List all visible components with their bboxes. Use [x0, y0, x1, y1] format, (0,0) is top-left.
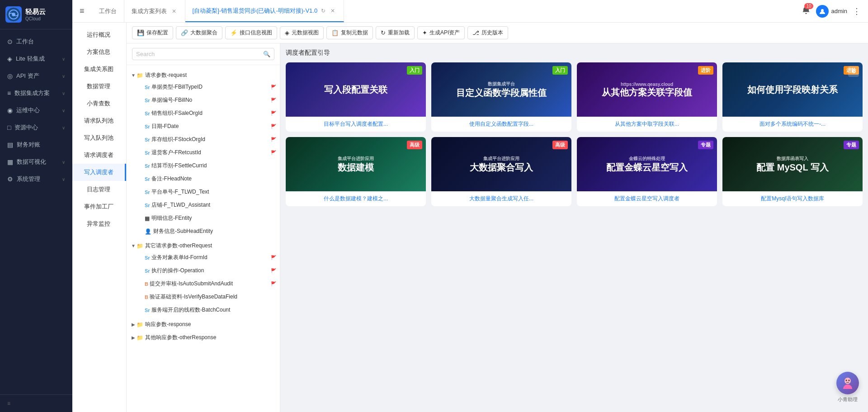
tree-row[interactable]: Sr结算币别-FSettleCurrid [127, 161, 280, 171]
toolbar-btn-big-data-merge[interactable]: 🔗大数据聚合 [176, 26, 222, 39]
tree-row[interactable]: Sr备注-FHeadNote [127, 174, 280, 184]
menu-icon[interactable]: ≡ [80, 6, 85, 16]
close-icon[interactable]: ✕ [329, 7, 336, 14]
tree-row[interactable]: Sr服务端开启的线程数-BatchCount [127, 305, 280, 315]
guide-card-mysql-write[interactable]: 数据库函表写入 配置 MySQL 写入 专题 配置Mysql语句写入数据库 [722, 137, 863, 206]
left-nav-write-scheduler[interactable]: 写入调度者 [72, 164, 126, 181]
tree-item: Sr单据类型-FBillTypeID🚩 [127, 81, 280, 94]
notification-button[interactable]: 10 [802, 6, 811, 16]
left-nav-overview[interactable]: 运行概况 [72, 26, 126, 43]
toolbar-btn-copy-meta[interactable]: 📋复制元数据 [326, 26, 373, 39]
toolbar-btn-interface-view[interactable]: ⚡接口信息视图 [225, 26, 277, 39]
left-nav-write-queue[interactable]: 写入队列池 [72, 129, 126, 147]
sidebar-item-icon: ▤ [7, 141, 13, 148]
refresh-icon[interactable]: ↻ [321, 8, 326, 14]
left-nav-request-queue[interactable]: 请求队列池 [72, 112, 126, 129]
tree-label: 结算币别-FSettleCurrid [151, 162, 276, 170]
tree-item: ▼📁请求参数-requestSr单据类型-FBillTypeID🚩Sr单据编号-… [127, 69, 280, 239]
tree-row[interactable]: Sr退货客户-FRetcustId🚩 [127, 147, 280, 158]
sidebar-item-finance[interactable]: ▤ 财务对账 [0, 136, 72, 153]
left-nav-solution-info[interactable]: 方案信息 [72, 43, 126, 61]
tree-row[interactable]: Sr平台单号-F_TLWD_Text [127, 187, 280, 197]
tab-integration-list[interactable]: 集成方案列表✕ [124, 0, 185, 22]
left-nav-request-scheduler[interactable]: 请求调度者 [72, 147, 126, 164]
tree-row[interactable]: Sr单据类型-FBillTypeID🚩 [127, 82, 280, 92]
toolbar-btn-label: 接口信息视图 [240, 29, 272, 37]
sidebar-item-api[interactable]: ◎ API 资产 ∨ [0, 67, 72, 85]
toolbar-btn-meta-view[interactable]: ◈元数据视图 [280, 26, 324, 39]
guide-card-custom-func[interactable]: 数据集成平台 目定义函数学段属性值 入门 使用自定义函数配置字段... [431, 62, 571, 132]
tree-row[interactable]: ▼📁请求参数-request [127, 70, 280, 81]
toolbar-btn-icon: 🔗 [181, 29, 188, 36]
tree-label: 其它请求参数-otherRequest [145, 242, 276, 250]
card-badge: 进阶 [698, 66, 713, 75]
tree-row[interactable]: B验证基础资料-IsVerifyBaseDataField [127, 292, 280, 302]
search-input[interactable] [136, 51, 260, 57]
sidebar-item-label: 运维中心 [16, 106, 40, 114]
sidebar-item-workbench[interactable]: ⊙ 工作台 [0, 33, 72, 50]
tree-toggle[interactable]: ▶ [130, 335, 137, 341]
tree-row[interactable]: B提交并审核-IsAutoSubmitAndAudit🚩 [127, 279, 280, 289]
left-nav-log-mgmt[interactable]: 日志管理 [72, 181, 126, 198]
flag-icon: 🚩 [271, 281, 276, 286]
tree-row[interactable]: Sr店铺-F_TLWD_Assistant [127, 200, 280, 210]
tab-main-task[interactable]: [自动菱梨]-销售退货同步(已确认-明细对接)-V1.0↻✕ [185, 0, 344, 22]
card-sub-text: 数据库函表写入 [756, 156, 829, 162]
tree-toggle[interactable]: ▶ [130, 322, 137, 328]
toolbar-btn-reload[interactable]: ↻重新加载 [376, 26, 415, 39]
tree-toggle[interactable]: ▼ [130, 72, 137, 79]
toolbar-btn-label: 大数据聚合 [190, 29, 217, 37]
toolbar-btn-save-config[interactable]: 💾保存配置 [132, 26, 173, 39]
top-header: ≡ 工作台集成方案列表✕[自动菱梨]-销售退货同步(已确认-明细对接)-V1.0… [72, 0, 868, 23]
sidebar-item-resource[interactable]: □ 资源中心 ∨ [0, 119, 72, 136]
guide-card-target-write[interactable]: 写入段配置关联 入门 目标平台写入调度者配置... [286, 62, 426, 132]
left-nav-event-factory[interactable]: 事件加工厂 [72, 198, 126, 215]
tree-toggle[interactable]: ▼ [130, 243, 137, 249]
tree-row[interactable]: Sr销售组织-FSaleOrgId🚩 [127, 108, 280, 118]
tree-row[interactable]: Sr库存组织-FStockOrgId🚩 [127, 134, 280, 145]
left-nav-exception-monitor[interactable]: 异常监控 [72, 215, 126, 232]
card-main-text: 目定义函数学段属性值 [456, 87, 547, 98]
sidebar-item-icon: ≡ [7, 90, 11, 97]
sidebar-item-data-viz[interactable]: ▦ 数据可视化 ∨ [0, 153, 72, 170]
tree-row[interactable]: ▶📁其他响应参数-otherResponse [127, 332, 280, 343]
more-icon[interactable]: ⋮ [853, 6, 861, 16]
tree-row[interactable]: Sr业务对象表单Id-FormId🚩 [127, 252, 280, 263]
guide-card-jinshu-cloud[interactable]: 金蝶云的特殊处理 配置金蝶云星空写入 专题 配置金蝶云星空写入调度者 [577, 137, 717, 206]
sidebar-item-data-integration[interactable]: ≡ 数据集成方案 ∨ [0, 85, 72, 102]
tree-row[interactable]: Sr执行的操作-Operation🚩 [127, 265, 280, 276]
tree-item: Sr服务端开启的线程数-BatchCount [127, 303, 280, 317]
user-avatar[interactable]: admin [816, 5, 847, 18]
tree-row[interactable]: Sr单据编号-FBillNo🚩 [127, 95, 280, 105]
svg-point-6 [849, 380, 850, 381]
guide-card-big-data-write[interactable]: 集成平台进阶应用 大数据聚合写入 高级 大数据量聚合生成写入任... [431, 137, 571, 206]
tree-label: 退货客户-FRetcustId [151, 149, 269, 156]
toolbar-btn-gen-api[interactable]: ✦生成API资产 [417, 26, 465, 39]
left-nav-qing-query[interactable]: 小青查数 [72, 95, 126, 112]
guide-card-data-modeling[interactable]: 集成平台进阶应用 数据建模 高级 什么是数据建模？建模之... [286, 137, 426, 206]
tree-row[interactable]: 👤财务信息-SubHeadEntity [127, 226, 280, 237]
assistant-button[interactable]: 小青助理 [836, 372, 859, 403]
sidebar-item-sys-admin[interactable]: ⚙ 系统管理 ∨ [0, 170, 72, 188]
tree-row[interactable]: ▼📁其它请求参数-otherRequest [127, 241, 280, 251]
chevron-icon: ∨ [62, 177, 65, 182]
sidebar-item-left: ◎ API 资产 [7, 72, 39, 80]
toolbar-btn-history[interactable]: ⎇历史版本 [467, 26, 508, 39]
guide-card-segment-mapping[interactable]: 如何使用字段映射关系 进阶 ⚙ 面对多个系统编码不统一-... [722, 62, 863, 132]
guide-card-cross-solution[interactable]: https://www.qeasy.cloud 从其他方案关联字段值 进阶 从其… [577, 62, 717, 132]
left-nav-data-mgmt[interactable]: 数据管理 [72, 78, 126, 95]
sidebar-item-ops[interactable]: ◉ 运维中心 ∨ [0, 102, 72, 119]
tree-row[interactable]: Sr日期-FDate🚩 [127, 121, 280, 132]
tree-row[interactable]: ▦明细信息-FEntity [127, 213, 280, 223]
toolbar-btn-label: 复制元数据 [341, 29, 368, 37]
tree-label: 其他响应参数-otherResponse [145, 334, 276, 341]
tab-workbench[interactable]: 工作台 [92, 0, 124, 22]
close-icon[interactable]: ✕ [170, 8, 178, 15]
tree-row[interactable]: ▶📁响应参数-response [127, 319, 280, 330]
left-nav-integration-map[interactable]: 集成关系图 [72, 61, 126, 78]
card-sub-text: 集成平台进阶应用 [470, 156, 533, 162]
sidebar-item-lite[interactable]: ◈ Lite 轻集成 ∨ [0, 50, 72, 67]
svg-point-5 [846, 380, 847, 381]
toolbar-btn-label: 生成API资产 [429, 29, 460, 37]
flag-icon: 🚩 [271, 124, 276, 129]
